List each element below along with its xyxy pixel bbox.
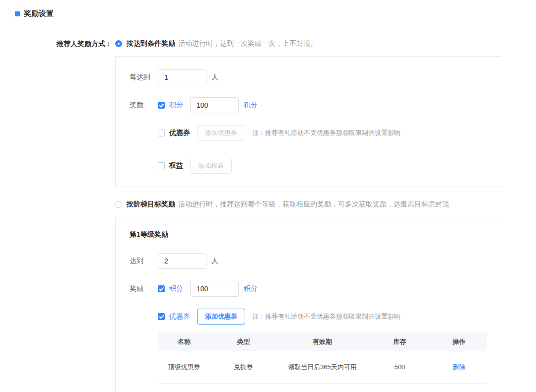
tier-points-unit-label: 积分 [244, 284, 258, 293]
column-header-action: 操作 [431, 332, 487, 351]
tier-reach-count-row: 达到 人 [130, 253, 487, 269]
tier-add-coupon-button[interactable]: 添加优惠券 [197, 309, 245, 325]
tier-reach-unit-label: 人 [211, 257, 218, 265]
column-header-type: 类型 [210, 332, 276, 351]
reach-count-input[interactable] [158, 69, 206, 85]
rights-reward-row: 权益 添加权益 [158, 158, 487, 174]
delete-coupon-link[interactable]: 删除 [453, 363, 466, 371]
coupon-checkbox-label[interactable]: 优惠券 [169, 129, 190, 137]
points-amount-input[interactable] [190, 97, 239, 113]
tier-reward-panel: 第1等级奖励 达到 人 奖励 积分 积分 优惠券 添加优惠券 [115, 217, 501, 392]
condition-reward-panel: 每达到 人 奖励 积分 积分 优惠券 添加优惠券 注：推荐有礼活动不受优惠券那领… [115, 56, 501, 187]
coupon-note: 注：推荐有礼活动不受优惠券那领取限制的设置影响 [252, 129, 401, 137]
reach-label: 每达到 [130, 73, 152, 82]
option-tier-reward: 按阶梯目标奖励 活动进行时，推荐达到哪个等级，获取相应的奖励，可多次获取奖励，达… [115, 200, 501, 209]
tier-coupon-note: 注：推荐有礼活动不受优惠券那领取限制的设置影响 [252, 312, 401, 321]
tier-points-reward-row: 奖励 积分 积分 [130, 281, 487, 297]
tier-reward-radio[interactable] [115, 201, 122, 208]
coupon-table-row: 顶级优惠券 兑换券 领取当日后365天内可用 500 删除 [158, 351, 487, 383]
coupon-table-container: 名称 类型 有效期 库存 操作 顶级优惠券 兑换券 领取当日后3 [158, 332, 487, 384]
tier-reach-label: 达到 [130, 257, 152, 265]
reach-unit-label: 人 [211, 73, 218, 82]
column-header-stock: 库存 [368, 332, 431, 351]
points-checkbox-label[interactable]: 积分 [169, 101, 183, 110]
points-checkbox[interactable] [158, 102, 165, 109]
coupon-cell-type: 兑换券 [210, 351, 276, 383]
points-reward-row: 奖励 积分 积分 [130, 97, 487, 113]
reward-method-options: 按达到条件奖励 活动进行时，达到一次奖励一次，上不封顶。 每达到 人 奖励 积分… [115, 39, 501, 392]
coupon-reward-row: 优惠券 添加优惠券 注：推荐有礼活动不受优惠券那领取限制的设置影响 [158, 125, 487, 141]
coupon-checkbox[interactable] [158, 130, 165, 136]
coupon-table: 名称 类型 有效期 库存 操作 顶级优惠券 兑换券 领取当日后3 [158, 332, 487, 384]
reward-settings-page: 奖励设置 推荐人奖励方式： 按达到条件奖励 活动进行时，达到一次奖励一次，上不封… [0, 0, 536, 392]
reward-method-label: 推荐人奖励方式： [0, 39, 115, 392]
section-header: 奖励设置 [0, 0, 536, 18]
condition-reward-option-desc: 活动进行时，达到一次奖励一次，上不封顶。 [178, 39, 317, 48]
reward-row-label: 奖励 [130, 101, 152, 110]
add-rights-button[interactable]: 添加权益 [190, 158, 232, 174]
condition-reward-radio[interactable] [115, 40, 122, 47]
tier-coupon-reward-row: 优惠券 添加优惠券 注：推荐有礼活动不受优惠券那领取限制的设置影响 [158, 309, 487, 325]
reach-count-row: 每达到 人 [130, 69, 487, 85]
rights-checkbox-label[interactable]: 权益 [169, 161, 183, 170]
coupon-cell-stock: 500 [368, 351, 431, 383]
tier-coupon-checkbox-label[interactable]: 优惠券 [169, 312, 190, 321]
tier-points-checkbox-label[interactable]: 积分 [169, 284, 183, 293]
tier-reward-row-label: 奖励 [130, 284, 152, 293]
points-unit-label: 积分 [244, 101, 258, 110]
condition-reward-option-label[interactable]: 按达到条件奖励 [127, 39, 175, 48]
page-title: 奖励设置 [24, 9, 54, 18]
tier-reward-option-label[interactable]: 按阶梯目标奖励 [127, 200, 175, 209]
tier-points-amount-input[interactable] [190, 281, 239, 297]
coupon-table-header-row: 名称 类型 有效期 库存 操作 [158, 332, 487, 351]
reward-method-form-row: 推荐人奖励方式： 按达到条件奖励 活动进行时，达到一次奖励一次，上不封顶。 每达… [0, 39, 536, 392]
tier-reach-count-input[interactable] [158, 253, 206, 269]
tier-points-checkbox[interactable] [158, 285, 165, 292]
coupon-cell-validity: 领取当日后365天内可用 [276, 351, 369, 383]
add-coupon-button[interactable]: 添加优惠券 [197, 125, 245, 141]
tier-coupon-checkbox[interactable] [158, 313, 165, 320]
tier-level-title: 第1等级奖励 [130, 230, 487, 239]
tier-reward-option-desc: 活动进行时，推荐达到哪个等级，获取相应的奖励，可多次获取奖励，达最高目标后封顶 [178, 200, 449, 209]
section-marker-icon [15, 11, 20, 16]
coupon-cell-name: 顶级优惠券 [158, 351, 210, 383]
column-header-validity: 有效期 [276, 332, 369, 351]
rights-checkbox[interactable] [158, 162, 165, 169]
option-condition-reward: 按达到条件奖励 活动进行时，达到一次奖励一次，上不封顶。 [115, 39, 501, 48]
column-header-name: 名称 [158, 332, 210, 351]
